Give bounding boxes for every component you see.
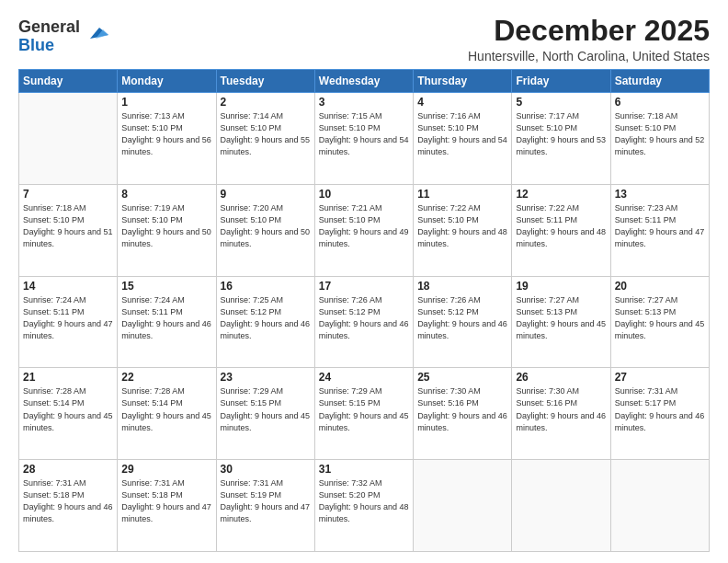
day-info: Sunrise: 7:21 AM Sunset: 5:10 PM Dayligh… [319,202,409,250]
calendar-cell: 10Sunrise: 7:21 AM Sunset: 5:10 PM Dayli… [314,184,413,276]
day-number: 28 [23,463,113,476]
day-number: 24 [319,371,409,384]
day-number: 5 [516,96,606,109]
day-info: Sunrise: 7:22 AM Sunset: 5:11 PM Dayligh… [516,202,606,250]
calendar-cell: 30Sunrise: 7:31 AM Sunset: 5:19 PM Dayli… [216,460,314,552]
day-number: 7 [23,188,113,201]
calendar-cell: 22Sunrise: 7:28 AM Sunset: 5:14 PM Dayli… [118,368,216,460]
page: General Blue December 2025 Huntersville,… [0,0,728,563]
day-number: 8 [121,188,211,201]
day-number: 25 [417,371,507,384]
calendar-cell: 26Sunrise: 7:30 AM Sunset: 5:16 PM Dayli… [512,368,610,460]
day-info: Sunrise: 7:18 AM Sunset: 5:10 PM Dayligh… [615,110,705,158]
calendar-cell: 28Sunrise: 7:31 AM Sunset: 5:18 PM Dayli… [19,460,118,552]
day-header-sunday: Sunday [19,70,118,93]
day-number: 13 [615,188,705,201]
day-info: Sunrise: 7:23 AM Sunset: 5:11 PM Dayligh… [615,202,705,250]
day-info: Sunrise: 7:25 AM Sunset: 5:12 PM Dayligh… [221,294,311,342]
day-info: Sunrise: 7:18 AM Sunset: 5:10 PM Dayligh… [23,202,113,250]
calendar-cell: 25Sunrise: 7:30 AM Sunset: 5:16 PM Dayli… [414,368,512,460]
day-header-friday: Friday [512,70,610,93]
day-info: Sunrise: 7:29 AM Sunset: 5:15 PM Dayligh… [221,385,311,433]
day-info: Sunrise: 7:28 AM Sunset: 5:14 PM Dayligh… [121,385,211,433]
day-header-monday: Monday [118,70,216,93]
calendar-cell: 14Sunrise: 7:24 AM Sunset: 5:11 PM Dayli… [19,276,118,368]
day-number: 9 [221,188,311,201]
day-number: 31 [319,463,409,476]
day-number: 26 [516,371,606,384]
calendar-cell: 9Sunrise: 7:20 AM Sunset: 5:10 PM Daylig… [216,184,314,276]
day-info: Sunrise: 7:28 AM Sunset: 5:14 PM Dayligh… [23,385,113,433]
calendar-cell: 2Sunrise: 7:14 AM Sunset: 5:10 PM Daylig… [216,93,314,185]
day-number: 27 [615,371,705,384]
calendar-cell: 18Sunrise: 7:26 AM Sunset: 5:12 PM Dayli… [414,276,512,368]
calendar-cell: 12Sunrise: 7:22 AM Sunset: 5:11 PM Dayli… [512,184,610,276]
calendar-cell [610,460,709,552]
day-info: Sunrise: 7:17 AM Sunset: 5:10 PM Dayligh… [516,110,606,158]
calendar-cell [19,93,118,185]
calendar-cell: 20Sunrise: 7:27 AM Sunset: 5:13 PM Dayli… [610,276,709,368]
day-info: Sunrise: 7:13 AM Sunset: 5:10 PM Dayligh… [121,110,211,158]
day-number: 3 [319,96,409,109]
subtitle: Huntersville, North Carolina, United Sta… [468,49,710,63]
day-number: 12 [516,188,606,201]
day-number: 16 [221,280,311,293]
day-info: Sunrise: 7:29 AM Sunset: 5:15 PM Dayligh… [319,385,409,433]
calendar-cell: 8Sunrise: 7:19 AM Sunset: 5:10 PM Daylig… [118,184,216,276]
day-header-thursday: Thursday [414,70,512,93]
day-number: 4 [417,96,507,109]
calendar-cell: 17Sunrise: 7:26 AM Sunset: 5:12 PM Dayli… [314,276,413,368]
day-number: 11 [417,188,507,201]
day-info: Sunrise: 7:31 AM Sunset: 5:17 PM Dayligh… [615,385,705,433]
day-info: Sunrise: 7:20 AM Sunset: 5:10 PM Dayligh… [221,202,311,250]
calendar-cell: 7Sunrise: 7:18 AM Sunset: 5:10 PM Daylig… [19,184,118,276]
day-number: 15 [121,280,211,293]
day-info: Sunrise: 7:24 AM Sunset: 5:11 PM Dayligh… [23,294,113,342]
calendar-cell: 16Sunrise: 7:25 AM Sunset: 5:12 PM Dayli… [216,276,314,368]
day-info: Sunrise: 7:32 AM Sunset: 5:20 PM Dayligh… [319,477,409,525]
day-info: Sunrise: 7:16 AM Sunset: 5:10 PM Dayligh… [417,110,507,158]
day-header-saturday: Saturday [610,70,709,93]
day-number: 22 [121,371,211,384]
day-number: 19 [516,280,606,293]
day-info: Sunrise: 7:14 AM Sunset: 5:10 PM Dayligh… [221,110,311,158]
logo: General Blue [18,18,110,55]
calendar-cell: 13Sunrise: 7:23 AM Sunset: 5:11 PM Dayli… [610,184,709,276]
calendar-cell: 15Sunrise: 7:24 AM Sunset: 5:11 PM Dayli… [118,276,216,368]
logo-icon [83,18,110,46]
day-info: Sunrise: 7:31 AM Sunset: 5:18 PM Dayligh… [121,477,211,525]
day-header-wednesday: Wednesday [314,70,413,93]
day-number: 23 [221,371,311,384]
day-info: Sunrise: 7:15 AM Sunset: 5:10 PM Dayligh… [319,110,409,158]
day-number: 2 [221,96,311,109]
day-info: Sunrise: 7:24 AM Sunset: 5:11 PM Dayligh… [121,294,211,342]
day-number: 14 [23,280,113,293]
logo-general: General [18,17,80,36]
calendar-cell: 29Sunrise: 7:31 AM Sunset: 5:18 PM Dayli… [118,460,216,552]
calendar-cell: 31Sunrise: 7:32 AM Sunset: 5:20 PM Dayli… [314,460,413,552]
day-number: 18 [417,280,507,293]
calendar-cell: 27Sunrise: 7:31 AM Sunset: 5:17 PM Dayli… [610,368,709,460]
calendar-cell: 6Sunrise: 7:18 AM Sunset: 5:10 PM Daylig… [610,93,709,185]
calendar-cell: 19Sunrise: 7:27 AM Sunset: 5:13 PM Dayli… [512,276,610,368]
day-number: 21 [23,371,113,384]
calendar-cell: 21Sunrise: 7:28 AM Sunset: 5:14 PM Dayli… [19,368,118,460]
calendar-cell: 5Sunrise: 7:17 AM Sunset: 5:10 PM Daylig… [512,93,610,185]
day-number: 6 [615,96,705,109]
calendar-table: SundayMondayTuesdayWednesdayThursdayFrid… [18,69,710,552]
day-info: Sunrise: 7:27 AM Sunset: 5:13 PM Dayligh… [516,294,606,342]
calendar-cell: 4Sunrise: 7:16 AM Sunset: 5:10 PM Daylig… [414,93,512,185]
day-number: 17 [319,280,409,293]
logo-blue: Blue [18,36,54,54]
day-number: 10 [319,188,409,201]
header: General Blue December 2025 Huntersville,… [18,15,710,63]
day-info: Sunrise: 7:31 AM Sunset: 5:18 PM Dayligh… [23,477,113,525]
day-number: 20 [615,280,705,293]
calendar-cell: 1Sunrise: 7:13 AM Sunset: 5:10 PM Daylig… [118,93,216,185]
day-info: Sunrise: 7:30 AM Sunset: 5:16 PM Dayligh… [516,385,606,433]
day-info: Sunrise: 7:26 AM Sunset: 5:12 PM Dayligh… [319,294,409,342]
calendar-cell: 3Sunrise: 7:15 AM Sunset: 5:10 PM Daylig… [314,93,413,185]
month-title: December 2025 [468,15,710,47]
day-info: Sunrise: 7:27 AM Sunset: 5:13 PM Dayligh… [615,294,705,342]
calendar-cell [414,460,512,552]
